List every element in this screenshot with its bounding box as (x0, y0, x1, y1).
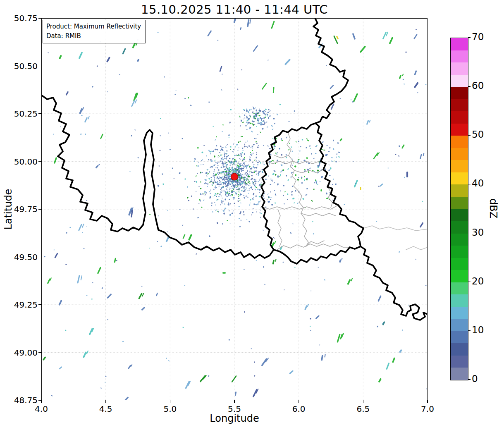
product-label: Product: Maximum Reflectivity (46, 22, 141, 31)
product-legend-box: Product: Maximum Reflectivity Data: RMIB (43, 20, 146, 43)
y-tick-label: 49.75 (11, 204, 38, 214)
x-tick-mark (170, 400, 170, 403)
y-tick-mark (38, 18, 41, 18)
colorbar-tick-mark (468, 86, 471, 86)
y-tick-mark (38, 209, 41, 209)
colorbar-tick-mark (468, 330, 471, 331)
colorbar-tick-mark (468, 37, 471, 38)
colorbar-tick-label: 0 (472, 373, 497, 384)
colorbar (450, 38, 468, 380)
x-tick-mark (363, 400, 363, 403)
germany-france-border (361, 246, 428, 320)
y-tick-label: 50.00 (11, 157, 38, 167)
x-tick-label: 5.5 (220, 404, 249, 414)
colorbar-tick-mark (468, 233, 471, 233)
y-tick-mark (38, 113, 41, 114)
colorbar-tick-label: 30 (472, 227, 497, 238)
colorbar-segment (451, 368, 468, 380)
y-tick-mark (38, 161, 41, 162)
colorbar-segment (451, 319, 468, 331)
colorbar-segment (451, 111, 468, 124)
colorbar-segment (451, 50, 468, 63)
grid-layer (41, 18, 428, 400)
x-tick-label: 7.0 (413, 404, 442, 414)
colorbar-tick-label: 20 (472, 276, 497, 287)
colorbar-segment (451, 343, 468, 356)
y-tick-mark (38, 257, 41, 257)
y-tick-mark (38, 66, 41, 66)
x-tick-mark (234, 400, 234, 403)
x-tick-mark (427, 400, 428, 403)
y-tick-label: 49.25 (11, 300, 38, 310)
x-tick-mark (105, 400, 106, 403)
colorbar-segment (451, 172, 468, 185)
colorbar-unit-label: dBZ (487, 198, 499, 218)
colorbar-tick-mark (468, 135, 471, 136)
x-tick-label: 4.5 (91, 404, 120, 414)
colorbar-segment (451, 270, 468, 282)
colorbar-tick-mark (468, 379, 471, 380)
y-tick-mark (38, 304, 41, 305)
secondary-border-lines (363, 226, 428, 250)
x-tick-label: 5.0 (155, 404, 184, 414)
y-tick-label: 48.75 (11, 395, 38, 405)
y-tick-label: 49.50 (11, 252, 38, 262)
y-tick-label: 50.75 (11, 13, 38, 23)
data-source-label: Data: RMIB (46, 31, 141, 41)
belgium-germany-border (313, 18, 348, 123)
radar-site-marker (231, 173, 238, 180)
colorbar-tick-mark (468, 282, 471, 282)
x-axis-label: Longitude (41, 413, 428, 424)
x-tick-label: 6.0 (284, 404, 313, 414)
x-tick-label: 6.5 (349, 404, 377, 414)
colorbar-tick-label: 10 (472, 325, 497, 335)
colorbar-segment (451, 148, 468, 160)
colorbar-tick-label: 70 (472, 31, 497, 42)
colorbar-tick-label: 60 (472, 80, 497, 91)
x-tick-mark (299, 400, 299, 403)
colorbar-segment (451, 307, 468, 319)
colorbar-segment (451, 246, 468, 258)
colorbar-segment (451, 38, 468, 50)
colorbar-segment (451, 282, 468, 295)
colorbar-segment (451, 221, 468, 234)
colorbar-tick-label: 50 (472, 129, 497, 140)
map-canvas (41, 18, 428, 400)
x-tick-mark (41, 400, 41, 403)
colorbar-segment (451, 209, 468, 221)
colorbar-segment (451, 99, 468, 112)
radar-figure: 15.10.2025 11:40 - 11:44 UTC (0, 0, 504, 430)
colorbar-segment (451, 294, 468, 307)
map-plot-area: Product: Maximum Reflectivity Data: RMIB (41, 18, 428, 400)
colorbar-tick-label: 40 (472, 178, 497, 189)
colorbar-segment (451, 184, 468, 197)
colorbar-segment (451, 197, 468, 209)
colorbar-segment (451, 234, 468, 246)
colorbar-tick-mark (468, 184, 471, 184)
figure-title: 15.10.2025 11:40 - 11:44 UTC (41, 2, 428, 17)
y-tick-mark (38, 352, 41, 353)
colorbar-segment (451, 75, 468, 87)
colorbar-segment (451, 87, 468, 99)
y-tick-label: 49.00 (11, 348, 38, 358)
luxembourg-canton-borders (262, 132, 350, 250)
colorbar-segment (451, 258, 468, 270)
colorbar-segment (451, 136, 468, 148)
luxembourg-outline (261, 123, 363, 264)
colorbar-segment (451, 356, 468, 368)
colorbar-segment (451, 124, 468, 136)
colorbar-segment (451, 62, 468, 75)
y-tick-mark (38, 400, 41, 400)
y-tick-label: 50.50 (11, 61, 38, 71)
x-tick-label: 4.0 (27, 404, 56, 414)
colorbar-segment (451, 160, 468, 172)
y-tick-label: 50.25 (11, 109, 38, 119)
colorbar-segment (451, 331, 468, 344)
